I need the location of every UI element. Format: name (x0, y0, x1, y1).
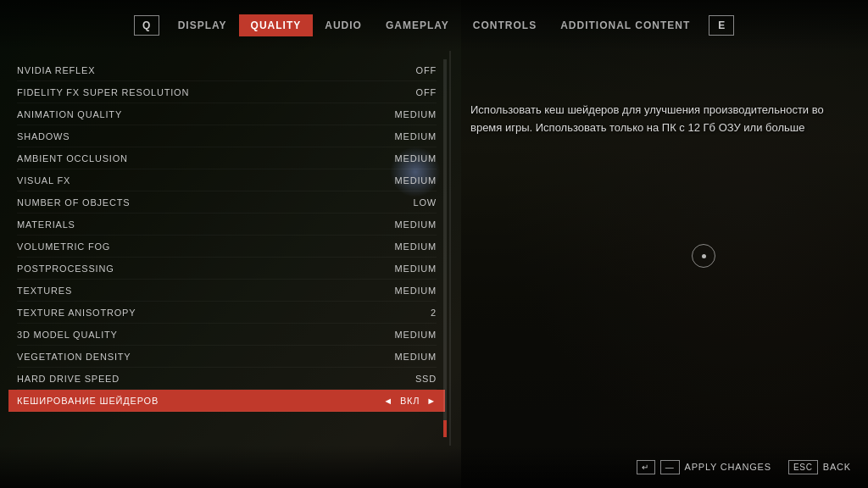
nav-key-q[interactable]: Q (134, 15, 159, 36)
setting-textures[interactable]: TEXTURES MEDIUM (17, 280, 437, 302)
back-label: BACK (823, 462, 851, 472)
setting-nvidia-reflex[interactable]: NVIDIA REFLEX OFF (17, 59, 437, 81)
setting-visual-fx[interactable]: VISUAL FX MEDIUM (17, 169, 437, 191)
panel-divider (449, 51, 451, 446)
tab-quality[interactable]: QUALITY (239, 14, 314, 36)
tab-gameplay[interactable]: GAMEPLAY (374, 14, 461, 36)
nav-bar: Q DISPLAY QUALITY AUDIO GAMEPLAY CONTROL… (0, 0, 868, 51)
tab-controls[interactable]: CONTROLS (461, 14, 548, 36)
setting-materials[interactable]: MATERIALS MEDIUM (17, 214, 437, 236)
back-action[interactable]: ESC BACK (788, 460, 851, 474)
nav-key-e[interactable]: E (709, 15, 734, 36)
settings-panel: NVIDIA REFLEX OFF FIDELITY FX SUPER RESO… (0, 51, 453, 446)
target-circle (692, 244, 715, 268)
settings-list: NVIDIA REFLEX OFF FIDELITY FX SUPER RESO… (0, 51, 453, 420)
setting-shadows[interactable]: SHADOWS MEDIUM (17, 125, 437, 147)
shader-cache-value: ВКЛ (400, 396, 420, 406)
arrow-right-icon[interactable]: ► (426, 396, 437, 406)
tab-audio[interactable]: AUDIO (313, 14, 374, 36)
setting-3d-model-quality[interactable]: 3D MODEL QUALITY MEDIUM (17, 324, 437, 346)
scrollbar-track[interactable] (443, 59, 447, 437)
tab-display[interactable]: DISPLAY (166, 14, 239, 36)
setting-animation-quality[interactable]: ANIMATION QUALITY MEDIUM (17, 103, 437, 125)
back-key: ESC (788, 460, 818, 474)
apply-changes-label: APPLY CHANGES (685, 462, 771, 472)
description-panel: Использовать кеш шейдеров для улучшения … (453, 51, 868, 446)
setting-texture-anisotropy[interactable]: TEXTURE ANISOTROPY 2 (17, 302, 437, 324)
setting-number-of-objects[interactable]: NUMBER OF OBJECTS LOW (17, 191, 437, 214)
arrow-left-icon[interactable]: ◄ (383, 396, 393, 406)
setting-volumetric-fog[interactable]: VOLUMETRIC FOG MEDIUM (17, 236, 437, 258)
setting-fidelity-fx[interactable]: FIDELITY FX SUPER RESOLUTION OFF (17, 81, 437, 103)
apply-changes-action[interactable]: ↵ — APPLY CHANGES (637, 460, 771, 474)
apply-key1: ↵ (637, 460, 655, 474)
apply-key2: — (660, 460, 680, 474)
bottom-bar: ↵ — APPLY CHANGES ESC BACK (0, 446, 868, 488)
target-dot (702, 254, 706, 258)
setting-postprocessing[interactable]: POSTPROCESSING MEDIUM (17, 258, 437, 280)
setting-ambient-occlusion[interactable]: AMBIENT OCCLUSION MEDIUM (17, 147, 437, 169)
setting-vegetation-density[interactable]: VEGETATION DENSITY MEDIUM (17, 346, 437, 368)
setting-hard-drive-speed[interactable]: HARD DRIVE SPEED SSD (17, 368, 437, 390)
setting-description: Использовать кеш шейдеров для улучшения … (470, 102, 851, 137)
tab-additional[interactable]: ADDITIONAL CONTENT (548, 14, 702, 36)
setting-shader-cache[interactable]: КЕШИРОВАНИЕ ШЕЙДЕРОВ ◄ ВКЛ ► (8, 390, 445, 412)
scrollbar-thumb[interactable] (443, 420, 447, 437)
